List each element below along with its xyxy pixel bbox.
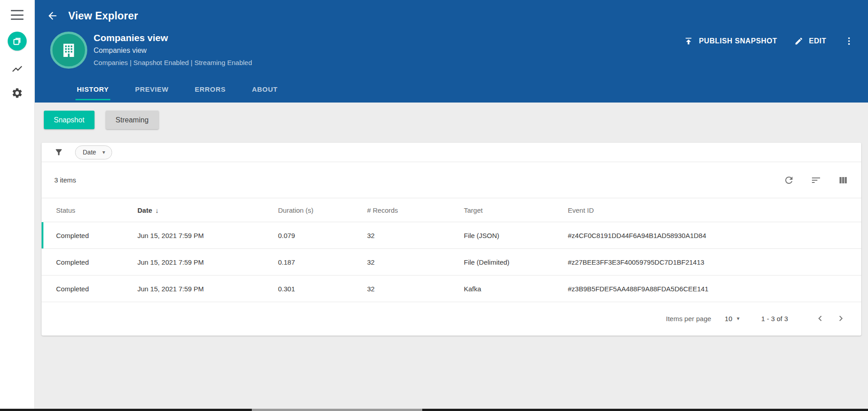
column-header-status[interactable]: Status [56, 206, 137, 214]
previous-page-icon[interactable] [813, 312, 827, 325]
activity-trend-icon[interactable] [11, 62, 23, 75]
table-toolbar: 3 items [42, 162, 861, 198]
view-meta: Companies | Snapshot Enabled | Streaming… [94, 59, 252, 66]
cell-duration: 0.301 [278, 285, 367, 293]
snapshot-toggle-button[interactable]: Snapshot [44, 111, 94, 129]
tab-preview[interactable]: PREVIEW [134, 85, 170, 100]
cell-date: Jun 15, 2021 7:59 PM [137, 258, 278, 266]
table-row[interactable]: Completed Jun 15, 2021 7:59 PM 0.079 32 … [42, 222, 861, 249]
column-header-event-id[interactable]: Event ID [568, 206, 849, 214]
items-per-page-value: 10 [725, 315, 732, 322]
publish-icon [684, 36, 693, 46]
view-subtitle: Companies view [94, 47, 252, 55]
filter-bar: Date ▾ [42, 143, 861, 162]
cell-target: File (JSON) [464, 232, 568, 239]
pagination-bar: Items per page 10 ▾ 1 - 3 of 3 [42, 302, 861, 335]
left-sidebar [0, 0, 35, 409]
layers-icon [12, 36, 22, 46]
chevron-down-icon: ▾ [737, 315, 740, 322]
cell-duration: 0.187 [278, 258, 367, 266]
items-per-page-label: Items per page [666, 315, 711, 322]
pagination-range: 1 - 3 of 3 [761, 315, 788, 322]
cell-status: Completed [56, 285, 137, 293]
chevron-down-icon: ▾ [103, 149, 105, 155]
cell-status: Completed [56, 232, 137, 239]
history-card: Date ▾ 3 items Status Date [42, 143, 861, 336]
header-tabs: HISTORY PREVIEW ERRORS ABOUT [75, 85, 279, 103]
tab-history[interactable]: HISTORY [75, 85, 110, 100]
scrollbar-thumb[interactable] [252, 409, 422, 411]
main-content: Snapshot Streaming Date ▾ 3 items [35, 103, 868, 409]
column-header-date-label: Date [137, 206, 152, 214]
cell-date: Jun 15, 2021 7:59 PM [137, 285, 278, 293]
view-title: Companies view [94, 33, 252, 43]
edit-label: EDIT [809, 37, 826, 45]
sort-icon[interactable] [811, 175, 821, 186]
tab-errors[interactable]: ERRORS [193, 85, 227, 100]
items-count: 3 items [54, 176, 76, 184]
table-row[interactable]: Completed Jun 15, 2021 7:59 PM 0.301 32 … [42, 276, 861, 302]
columns-icon[interactable] [838, 175, 849, 186]
cell-target: Kafka [464, 285, 568, 293]
column-header-target[interactable]: Target [464, 206, 568, 214]
cell-duration: 0.079 [278, 232, 367, 239]
items-per-page-select[interactable]: 10 ▾ [725, 315, 740, 322]
column-header-duration[interactable]: Duration (s) [278, 206, 367, 214]
pencil-icon [794, 37, 803, 46]
back-arrow-icon[interactable] [46, 9, 59, 23]
more-options-kebab-icon[interactable] [843, 35, 855, 47]
view-info: Companies view Companies view Companies … [94, 33, 252, 66]
header-top-bar: View Explorer [46, 9, 138, 23]
app-logo-icon[interactable] [8, 32, 27, 51]
cell-status: Completed [56, 258, 137, 266]
sort-descending-arrow-icon: ↓ [156, 206, 159, 214]
edit-button[interactable]: EDIT [793, 35, 827, 47]
filter-funnel-icon[interactable] [54, 148, 63, 157]
page-header: View Explorer Companies view Companies v… [35, 0, 868, 103]
cell-event-id: #z27BEE3FF3E3F40059795DC7D1BF21413 [568, 258, 849, 266]
horizontal-scrollbar[interactable] [0, 409, 868, 411]
cell-records: 32 [367, 258, 464, 266]
table-tools [783, 175, 849, 186]
tab-about[interactable]: ABOUT [250, 85, 279, 100]
cell-date: Jun 15, 2021 7:59 PM [137, 232, 278, 239]
refresh-icon[interactable] [783, 175, 794, 186]
table-header-row: Status Date ↓ Duration (s) # Records Tar… [42, 198, 861, 222]
app-title: View Explorer [68, 10, 138, 22]
mode-toggle-group: Snapshot Streaming [44, 111, 868, 129]
date-filter-label: Date [83, 149, 96, 156]
view-avatar [50, 32, 87, 69]
cell-records: 32 [367, 285, 464, 293]
cell-records: 32 [367, 232, 464, 239]
column-header-records[interactable]: # Records [367, 206, 464, 214]
date-filter-chip[interactable]: Date ▾ [75, 145, 112, 159]
column-header-date[interactable]: Date ↓ [137, 206, 278, 214]
cell-target: File (Delimited) [464, 258, 568, 266]
publish-snapshot-button[interactable]: PUBLISH SNAPSHOT [683, 34, 778, 48]
table-row[interactable]: Completed Jun 15, 2021 7:59 PM 0.187 32 … [42, 249, 861, 276]
publish-snapshot-label: PUBLISH SNAPSHOT [699, 37, 777, 45]
settings-gear-icon[interactable] [11, 87, 23, 99]
header-actions: PUBLISH SNAPSHOT EDIT [683, 34, 855, 48]
cell-event-id: #z4CF0C8191DD44F6A94B1AD58930A1D84 [568, 232, 849, 239]
hamburger-menu-icon[interactable] [11, 10, 24, 20]
streaming-toggle-button[interactable]: Streaming [106, 111, 159, 129]
cell-event-id: #z3B9B5FDEF5AA488F9A88FDA5D6CEE141 [568, 285, 849, 293]
next-page-icon[interactable] [834, 312, 848, 325]
building-icon [60, 41, 78, 59]
